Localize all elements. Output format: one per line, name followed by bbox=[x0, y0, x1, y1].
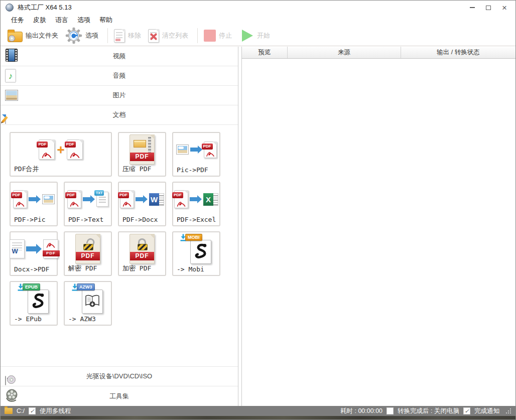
menu-item-tasks[interactable]: 任务 bbox=[7, 16, 29, 25]
check-icon: ✓ bbox=[30, 408, 34, 414]
app-window: 格式工厂 X64 5.13 × 任务 皮肤 语言 选项 帮助 输出文件夹 bbox=[0, 0, 516, 420]
to-azw3-icon: AZW3 bbox=[66, 284, 110, 314]
desktop-strip bbox=[1, 416, 515, 419]
pdf-to-text-icon: PDF TXT bbox=[66, 184, 110, 214]
tool-to-azw3[interactable]: AZW3 bbox=[64, 281, 112, 326]
clear-list-icon bbox=[148, 29, 159, 43]
close-button[interactable]: × bbox=[496, 2, 512, 14]
tool-docx-to-pdf[interactable]: W PDF Docx->PDF bbox=[10, 231, 58, 276]
sidebar-item-audio[interactable]: ♪ 音频 bbox=[1, 66, 238, 86]
bottom-categories: 光驱设备\DVD\CD\ISO bbox=[1, 366, 238, 406]
output-folder-button[interactable]: 输出文件夹 bbox=[8, 29, 58, 42]
to-mobi-icon: MOBI bbox=[174, 234, 218, 264]
app-icon bbox=[6, 4, 14, 12]
remove-icon bbox=[114, 29, 125, 43]
start-button[interactable]: 开始 bbox=[239, 30, 270, 42]
gear-icon bbox=[65, 27, 82, 44]
column-header-preview[interactable]: 预览 bbox=[242, 47, 288, 58]
output-folder-icon bbox=[8, 32, 23, 42]
pic-to-pdf-icon: PDF bbox=[174, 134, 218, 165]
docx-to-pdf-icon: W PDF bbox=[12, 234, 56, 264]
start-icon bbox=[242, 30, 253, 42]
menu-item-options[interactable]: 选项 bbox=[73, 16, 95, 25]
tool-pdf-to-excel[interactable]: PDF X PDF->Excel bbox=[172, 182, 220, 226]
shutdown-after-label: 转换完成后 : 关闭电脑 bbox=[398, 407, 459, 415]
open-book-icon bbox=[84, 293, 100, 310]
toolbar-separator bbox=[197, 28, 198, 43]
sidebar-item-cd-dvd-iso[interactable]: 光驱设备\DVD\CD\ISO bbox=[1, 367, 238, 386]
maximize-button[interactable] bbox=[480, 2, 496, 14]
maximize-icon bbox=[486, 6, 491, 10]
pdf-merge-icon: PDF + PDF bbox=[12, 134, 110, 165]
snake-icon bbox=[193, 242, 209, 261]
toolbar: 输出文件夹 选项 移除 清空列表 bbox=[1, 26, 515, 46]
tool-pdf-to-text[interactable]: PDF TXT PDF->Text bbox=[64, 182, 112, 226]
to-epub-icon: EPUB bbox=[12, 284, 56, 314]
tool-pdf-to-pic[interactable]: PDF PDF->Pic bbox=[10, 182, 58, 226]
minimize-button[interactable] bbox=[464, 2, 480, 14]
task-list-body[interactable] bbox=[242, 59, 515, 406]
multithread-label: 使用多线程 bbox=[40, 407, 71, 415]
tool-encrypt-pdf[interactable]: PDF 加密 PDF bbox=[118, 231, 166, 276]
resize-grip[interactable] bbox=[505, 408, 511, 414]
notify-checkbox[interactable]: ✓ bbox=[463, 407, 470, 414]
category-panel: 视频 ♪ 音频 图片 文档 P bbox=[1, 47, 238, 406]
status-bar: C:/ ✓ 使用多线程 耗时 : 00:00:00 转换完成后 : 关闭电脑 ✓… bbox=[1, 406, 515, 416]
stop-icon bbox=[204, 30, 216, 42]
sidebar-item-toolset[interactable]: 工具集 bbox=[1, 386, 238, 406]
encrypt-pdf-icon: PDF bbox=[120, 234, 164, 264]
compress-pdf-icon: PDF bbox=[120, 134, 164, 165]
pdf-to-pic-icon: PDF bbox=[12, 184, 56, 214]
task-list-header: 预览 来源 输出 / 转换状态 bbox=[242, 47, 515, 59]
tool-decrypt-pdf[interactable]: PDF 解密 PDF bbox=[64, 231, 112, 276]
pdf-to-excel-icon: PDF X bbox=[174, 184, 218, 214]
sidebar-item-document[interactable]: 文档 bbox=[1, 105, 238, 125]
pdf-tools-grid: PDF + PDF PDF合并 PDF 压缩 bbox=[1, 132, 238, 331]
title-bar: 格式工厂 X64 5.13 × bbox=[1, 1, 515, 15]
toolbar-separator bbox=[107, 28, 108, 43]
shutdown-after-checkbox[interactable] bbox=[386, 407, 394, 414]
pdf-to-docx-icon: PDF W bbox=[120, 184, 164, 214]
decrypt-pdf-icon: PDF bbox=[66, 234, 110, 264]
column-header-source[interactable]: 来源 bbox=[288, 47, 401, 58]
minimize-icon bbox=[470, 7, 475, 8]
sidebar-item-picture[interactable]: 图片 bbox=[1, 86, 238, 105]
notify-label: 完成通知 bbox=[474, 407, 499, 415]
menu-item-help[interactable]: 帮助 bbox=[95, 16, 117, 25]
options-button[interactable]: 选项 bbox=[65, 27, 98, 44]
tool-pic-to-pdf[interactable]: PDF Pic->PDF bbox=[172, 132, 220, 177]
tool-to-mobi[interactable]: MOBI -> Mobi bbox=[172, 231, 220, 276]
remove-button[interactable]: 移除 bbox=[114, 29, 141, 43]
menu-bar: 任务 皮肤 语言 选项 帮助 bbox=[1, 15, 515, 26]
output-drive-icon bbox=[5, 408, 13, 414]
snake-icon bbox=[30, 292, 46, 311]
check-icon: ✓ bbox=[464, 408, 469, 414]
multithread-checkbox[interactable]: ✓ bbox=[29, 407, 36, 414]
sidebar-item-video[interactable]: 视频 bbox=[1, 47, 238, 66]
menu-item-skin[interactable]: 皮肤 bbox=[29, 16, 51, 25]
tool-compress-pdf[interactable]: PDF 压缩 PDF bbox=[118, 132, 166, 177]
clear-list-button[interactable]: 清空列表 bbox=[148, 29, 188, 43]
menu-item-language[interactable]: 语言 bbox=[51, 16, 73, 25]
output-drive-path: C:/ bbox=[17, 407, 25, 414]
stop-button[interactable]: 停止 bbox=[204, 30, 232, 42]
elapsed-time: 耗时 : 00:00:00 bbox=[340, 407, 382, 415]
column-header-output-status[interactable]: 输出 / 转换状态 bbox=[401, 47, 515, 58]
tool-to-epub[interactable]: EPUB -> EPub bbox=[10, 281, 58, 326]
tool-pdf-to-docx[interactable]: PDF W PDF->Docx bbox=[118, 182, 166, 226]
task-list-panel: 预览 来源 输出 / 转换状态 bbox=[241, 47, 515, 406]
main-area: 视频 ♪ 音频 图片 文档 P bbox=[1, 47, 515, 406]
window-title: 格式工厂 X64 5.13 bbox=[18, 3, 72, 12]
tool-pdf-merge[interactable]: PDF + PDF PDF合并 bbox=[10, 132, 112, 177]
